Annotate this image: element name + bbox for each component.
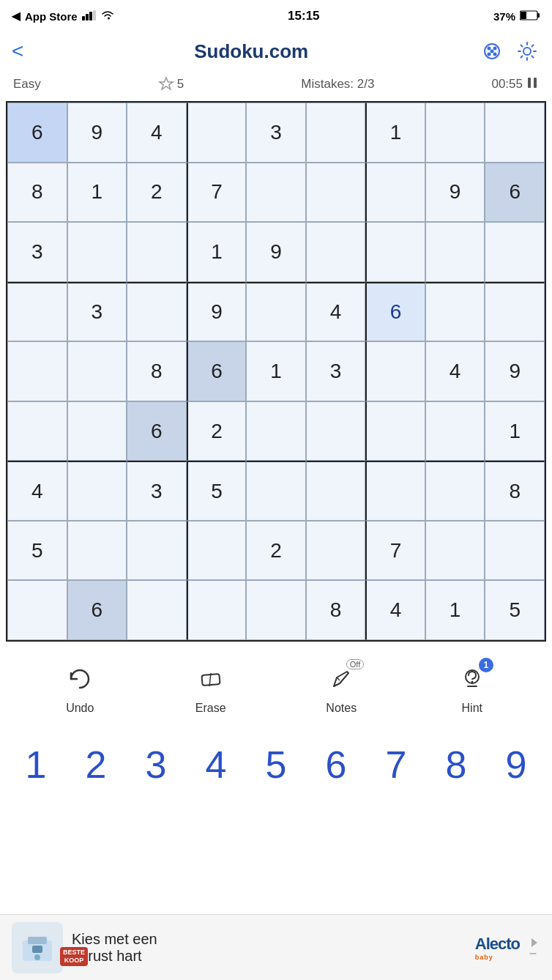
cell-3-8[interactable] (485, 282, 545, 342)
num-btn-3[interactable]: 3 (130, 743, 182, 787)
cell-5-5[interactable] (306, 401, 366, 461)
cell-1-3[interactable]: 7 (187, 163, 247, 223)
cell-4-8[interactable]: 9 (485, 341, 545, 401)
cell-8-4[interactable] (246, 580, 306, 640)
cell-2-3[interactable]: 1 (187, 222, 247, 282)
cell-7-1[interactable] (67, 521, 127, 581)
cell-1-5[interactable] (306, 163, 366, 223)
cell-8-7[interactable]: 1 (425, 580, 485, 640)
cell-5-6[interactable] (365, 401, 425, 461)
cell-0-0[interactable]: 6 (7, 103, 67, 163)
cell-5-8[interactable]: 1 (485, 401, 545, 461)
cell-4-6[interactable] (365, 341, 425, 401)
cell-3-5[interactable]: 4 (306, 282, 366, 342)
cell-0-6[interactable]: 1 (365, 103, 425, 163)
cell-6-5[interactable] (306, 461, 366, 521)
cell-3-7[interactable] (425, 282, 485, 342)
cell-6-4[interactable] (246, 461, 306, 521)
cell-7-7[interactable] (425, 521, 485, 581)
cell-3-6[interactable]: 6 (365, 282, 425, 342)
cell-2-2[interactable] (127, 222, 187, 282)
num-btn-5[interactable]: 5 (250, 743, 302, 787)
cell-0-5[interactable] (306, 103, 366, 163)
cell-5-3[interactable]: 2 (187, 401, 247, 461)
cell-2-4[interactable]: 9 (246, 222, 306, 282)
cell-6-2[interactable]: 3 (127, 461, 187, 521)
cell-0-8[interactable] (485, 103, 545, 163)
settings-button[interactable] (514, 38, 540, 64)
cell-2-8[interactable] (485, 222, 545, 282)
cell-4-3[interactable]: 6 (187, 341, 247, 401)
cell-1-4[interactable] (246, 163, 306, 223)
back-button[interactable]: < (12, 40, 23, 63)
cell-4-0[interactable] (7, 341, 67, 401)
cell-6-0[interactable]: 4 (7, 461, 67, 521)
cell-8-6[interactable]: 4 (365, 580, 425, 640)
cell-0-2[interactable]: 4 (127, 103, 187, 163)
cell-2-6[interactable] (365, 222, 425, 282)
cell-7-2[interactable] (127, 521, 187, 581)
cell-6-1[interactable] (67, 461, 127, 521)
numpad: 123456789 (0, 728, 552, 801)
hint-button[interactable]: 1 Hint (443, 661, 501, 715)
cell-2-0[interactable]: 3 (7, 222, 67, 282)
cell-1-6[interactable] (365, 163, 425, 223)
ad-banner[interactable]: BESTE KOOP Kies met eengerust hart Alect… (0, 914, 552, 980)
cell-6-7[interactable] (425, 461, 485, 521)
notes-button[interactable]: Off Notes (312, 661, 370, 715)
cell-7-4[interactable]: 2 (246, 521, 306, 581)
num-btn-8[interactable]: 8 (430, 743, 482, 787)
cell-8-0[interactable] (7, 580, 67, 640)
cell-4-4[interactable]: 1 (246, 341, 306, 401)
cell-0-3[interactable] (187, 103, 247, 163)
cell-6-8[interactable]: 8 (485, 461, 545, 521)
cell-3-4[interactable] (246, 282, 306, 342)
cell-8-5[interactable]: 8 (306, 580, 366, 640)
cell-3-1[interactable]: 3 (67, 282, 127, 342)
cell-1-1[interactable]: 1 (67, 163, 127, 223)
cell-8-2[interactable] (127, 580, 187, 640)
cell-7-5[interactable] (306, 521, 366, 581)
cell-7-0[interactable]: 5 (7, 521, 67, 581)
num-btn-7[interactable]: 7 (370, 743, 422, 787)
cell-0-4[interactable]: 3 (246, 103, 306, 163)
cell-7-8[interactable] (485, 521, 545, 581)
cell-3-3[interactable]: 9 (187, 282, 247, 342)
cell-1-7[interactable]: 9 (425, 163, 485, 223)
num-btn-6[interactable]: 6 (310, 743, 362, 787)
cell-7-6[interactable]: 7 (365, 521, 425, 581)
cell-8-3[interactable] (187, 580, 247, 640)
cell-5-2[interactable]: 6 (127, 401, 187, 461)
pause-icon[interactable] (526, 76, 539, 93)
cell-4-1[interactable] (67, 341, 127, 401)
num-btn-2[interactable]: 2 (70, 743, 122, 787)
cell-1-2[interactable]: 2 (127, 163, 187, 223)
num-btn-1[interactable]: 1 (10, 743, 62, 787)
cell-0-7[interactable] (425, 103, 485, 163)
cell-4-5[interactable]: 3 (306, 341, 366, 401)
cell-8-1[interactable]: 6 (67, 580, 127, 640)
cell-5-0[interactable] (7, 401, 67, 461)
cell-5-7[interactable] (425, 401, 485, 461)
palette-button[interactable] (479, 38, 505, 64)
cell-6-3[interactable]: 5 (187, 461, 247, 521)
cell-2-7[interactable] (425, 222, 485, 282)
cell-2-1[interactable] (67, 222, 127, 282)
cell-4-7[interactable]: 4 (425, 341, 485, 401)
cell-3-2[interactable] (127, 282, 187, 342)
cell-8-8[interactable]: 5 (485, 580, 545, 640)
erase-button[interactable]: Erase (182, 661, 240, 715)
cell-7-3[interactable] (187, 521, 247, 581)
cell-4-2[interactable]: 8 (127, 341, 187, 401)
num-btn-4[interactable]: 4 (190, 743, 242, 787)
cell-1-0[interactable]: 8 (7, 163, 67, 223)
cell-3-0[interactable] (7, 282, 67, 342)
cell-2-5[interactable] (306, 222, 366, 282)
cell-0-1[interactable]: 9 (67, 103, 127, 163)
cell-1-8[interactable]: 6 (485, 163, 545, 223)
cell-5-4[interactable] (246, 401, 306, 461)
undo-button[interactable]: Undo (51, 661, 109, 715)
num-btn-9[interactable]: 9 (490, 743, 542, 787)
cell-6-6[interactable] (365, 461, 425, 521)
cell-5-1[interactable] (67, 401, 127, 461)
